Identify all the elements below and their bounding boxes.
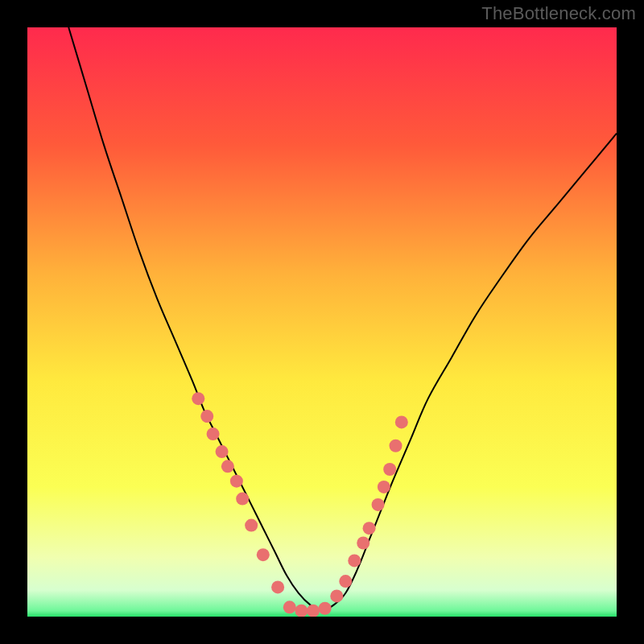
chart-root: TheBottleneck.com <box>0 0 644 644</box>
data-point <box>257 548 270 561</box>
data-point <box>307 605 320 617</box>
bottleneck-chart <box>0 0 644 644</box>
data-point <box>236 493 249 506</box>
data-point <box>378 481 390 493</box>
data-point <box>372 498 385 511</box>
data-point <box>230 475 243 488</box>
data-point <box>395 415 408 428</box>
data-point <box>192 392 204 405</box>
data-point <box>295 605 308 617</box>
data-point <box>363 522 376 535</box>
data-point <box>283 601 296 613</box>
data-point <box>245 519 258 532</box>
data-point <box>339 575 352 588</box>
data-point <box>348 554 361 567</box>
data-point <box>319 602 332 615</box>
data-point <box>330 589 343 602</box>
watermark-text: TheBottleneck.com <box>481 3 636 24</box>
data-point <box>271 580 284 593</box>
data-point <box>221 460 234 473</box>
data-point <box>216 445 229 458</box>
data-point <box>357 537 369 550</box>
plot-area <box>27 27 617 617</box>
data-point <box>200 410 213 423</box>
data-point <box>383 463 396 476</box>
gradient-background <box>27 27 617 617</box>
data-point <box>207 427 220 440</box>
data-point <box>390 440 402 452</box>
